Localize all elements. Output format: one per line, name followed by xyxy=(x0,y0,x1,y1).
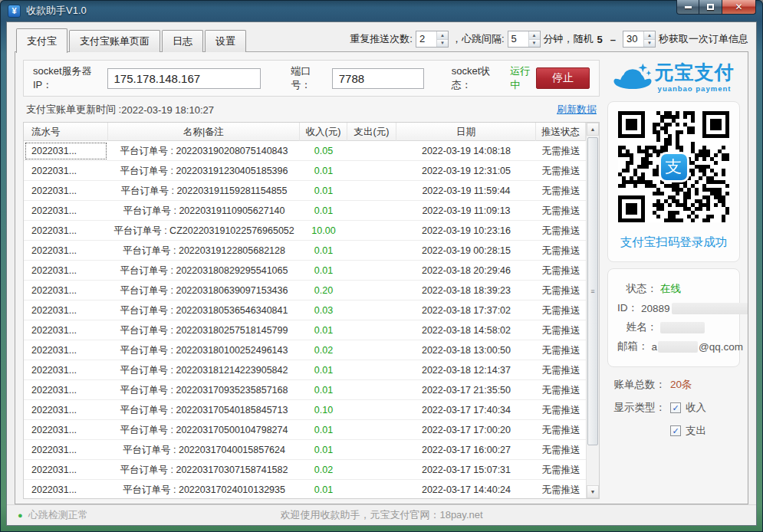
expense-checkbox[interactable]: ✓ xyxy=(670,425,681,436)
spinner-down-icon[interactable]: ▼ xyxy=(644,40,655,48)
cell-status: 无需推送 xyxy=(536,380,586,400)
cell-serial: 2022031... xyxy=(24,201,108,221)
cell-income: 0.01 xyxy=(300,201,347,221)
col-serial[interactable]: 流水号 xyxy=(24,123,108,141)
cell-status: 无需推送 xyxy=(536,440,586,460)
cell-expense xyxy=(347,420,396,440)
minute-random-label: 分钟，随机 xyxy=(544,32,594,46)
cell-expense xyxy=(347,480,396,499)
table-row[interactable]: 2022031...平台订单号 : 2022031812142239058420… xyxy=(24,360,586,380)
tab-log[interactable]: 日志 xyxy=(162,30,203,52)
cell-status: 无需推送 xyxy=(536,241,586,261)
scroll-up-icon[interactable]: ▲ xyxy=(587,123,599,136)
cell-serial: 2022031... xyxy=(24,320,108,340)
table-row[interactable]: 2022031...平台订单号 : 2022031808292955410650… xyxy=(24,261,586,281)
cell-date: 2022-03-18 17:37:02 xyxy=(396,300,536,320)
display-type-row: 显示类型： ✓ 收入 xyxy=(610,401,740,415)
stop-button[interactable]: 停止 xyxy=(536,67,590,89)
minimize-button[interactable] xyxy=(676,0,699,15)
socket-ip-label: socket服务器IP： xyxy=(33,64,101,92)
cell-name: 平台订单号 : 20220319122805682128 xyxy=(108,241,300,261)
brand-logo: 元宝支付 yuanbao payment xyxy=(607,61,740,94)
expense-checkbox-label: 支出 xyxy=(686,424,706,438)
table-row[interactable]: 2022031...平台订单号 : 2022031912304051853960… xyxy=(24,161,586,181)
tab-settings[interactable]: 设置 xyxy=(205,30,246,52)
table-row[interactable]: 2022031...平台订单号 : 202203170240101329350.… xyxy=(24,480,586,499)
table-row[interactable]: 2022031...平台订单号 : 2022031802575181457990… xyxy=(24,320,586,340)
close-button[interactable]: ✕ xyxy=(722,0,756,15)
cell-serial: 2022031... xyxy=(24,400,108,420)
cell-serial: 2022031... xyxy=(24,460,108,480)
table-row[interactable]: 2022031...平台订单号 : 202203170400158576240.… xyxy=(24,440,586,460)
refresh-data-link[interactable]: 刷新数据 xyxy=(557,103,597,117)
account-email-value: a@qq.com xyxy=(652,341,744,353)
cell-name: 平台订单号 : 202203190208075140843 xyxy=(108,141,300,161)
port-input[interactable] xyxy=(332,68,424,89)
table-row[interactable]: 2022031...平台订单号 : 2022031911592811548550… xyxy=(24,181,586,201)
cell-income: 0.05 xyxy=(300,141,347,161)
income-checkbox[interactable]: ✓ xyxy=(670,402,681,413)
cell-income: 0.01 xyxy=(300,380,347,400)
table-row[interactable]: 2022031...平台订单号 : 2022031806390971534360… xyxy=(24,281,586,300)
socket-ip-input[interactable] xyxy=(107,68,261,89)
table-row[interactable]: 2022031...平台订单号 : 2022031705001047982740… xyxy=(24,420,586,440)
col-expense[interactable]: 支出(元) xyxy=(347,123,396,141)
window-controls: ✕ xyxy=(676,0,756,15)
cell-status: 无需推送 xyxy=(536,181,586,201)
maximize-button[interactable] xyxy=(699,0,722,15)
qr-wrap: 支 xyxy=(618,111,729,222)
spinner-up-icon[interactable]: ▲ xyxy=(529,31,540,40)
table-row[interactable]: 2022031...平台订单号 : 2022031703071587415820… xyxy=(24,460,586,480)
cell-expense xyxy=(347,340,396,360)
table-row[interactable]: 2022031...平台订单号 : 202203191228056821280.… xyxy=(24,241,586,261)
table-body: 2022031...平台订单号 : 2022031902080751408430… xyxy=(24,141,586,499)
cell-date: 2022-03-19 11:59:44 xyxy=(396,181,536,201)
cell-name: 平台订单号 : 202203170935235857168 xyxy=(108,380,300,400)
cell-expense xyxy=(347,161,396,181)
spinner-down-icon[interactable]: ▼ xyxy=(437,40,448,48)
cell-status: 无需推送 xyxy=(536,360,586,380)
random-max-input[interactable]: 30 ▲ ▼ xyxy=(623,31,656,48)
port-label: 端口号： xyxy=(291,64,326,92)
cell-expense xyxy=(347,201,396,221)
heartbeat-interval-input[interactable]: 5 ▲ ▼ xyxy=(508,31,541,48)
table-row[interactable]: 2022031...平台订单号 : 2022031805365463408410… xyxy=(24,300,586,320)
app-icon: ¥ xyxy=(8,5,21,18)
spinner-up-icon[interactable]: ▲ xyxy=(644,31,655,40)
spinner-down-icon[interactable]: ▼ xyxy=(529,40,540,48)
spinner-up-icon[interactable]: ▲ xyxy=(437,31,448,40)
cell-income: 0.02 xyxy=(300,460,347,480)
col-push-status[interactable]: 推送状态 xyxy=(536,123,586,141)
col-date[interactable]: 日期 xyxy=(396,123,536,141)
cell-expense xyxy=(347,400,396,420)
cell-expense xyxy=(347,261,396,281)
bill-update-label: 支付宝账单更新时间 : xyxy=(26,103,121,117)
table-row[interactable]: 2022031...平台订单号 : CZ20220319102257696505… xyxy=(24,221,586,241)
display-type-label: 显示类型： xyxy=(610,401,666,415)
income-checkbox-row: ✓ 收入 xyxy=(670,401,706,415)
tab-alipay[interactable]: 支付宝 xyxy=(16,28,67,53)
table-row[interactable]: 2022031...平台订单号 : 202203191109056271400.… xyxy=(24,201,586,221)
cell-name: 平台订单号 : 202203180257518145799 xyxy=(108,320,300,340)
table-row[interactable]: 2022031...平台订单号 : 2022031705401858457130… xyxy=(24,400,586,420)
col-name[interactable]: 名称|备注 xyxy=(108,123,300,141)
scroll-down-icon[interactable]: ▼ xyxy=(587,485,599,498)
tab-alipay-bill-page[interactable]: 支付宝账单页面 xyxy=(69,30,160,52)
cell-income: 0.01 xyxy=(300,181,347,201)
table-row[interactable]: 2022031...平台订单号 : 2022031709352358571680… xyxy=(24,380,586,400)
col-income[interactable]: 收入(元) xyxy=(300,123,347,141)
seconds-fetch-label: 秒获取一次订单信息 xyxy=(659,32,748,46)
cell-expense xyxy=(347,141,396,161)
repeat-count-input[interactable]: 2 ▲ ▼ xyxy=(416,31,449,48)
repeat-count-label: 重复推送次数: xyxy=(350,32,413,46)
title-bar[interactable]: ¥ 收款助手V1.0 ✕ xyxy=(0,0,763,21)
socket-status-value: 运行中 xyxy=(510,64,536,92)
table-scrollbar[interactable]: ▲ ≡ ▼ xyxy=(586,123,599,498)
table-row[interactable]: 2022031...平台订单号 : 2022031801002524961430… xyxy=(24,340,586,360)
table-header: 流水号 名称|备注 收入(元) 支出(元) 日期 推送状态 xyxy=(24,123,586,141)
scrollbar-thumb[interactable]: ≡ xyxy=(587,137,598,445)
cell-income: 0.01 xyxy=(300,480,347,499)
cell-income: 0.01 xyxy=(300,360,347,380)
table-row[interactable]: 2022031...平台订单号 : 2022031902080751408430… xyxy=(24,141,586,161)
cell-serial: 2022031... xyxy=(24,480,108,499)
